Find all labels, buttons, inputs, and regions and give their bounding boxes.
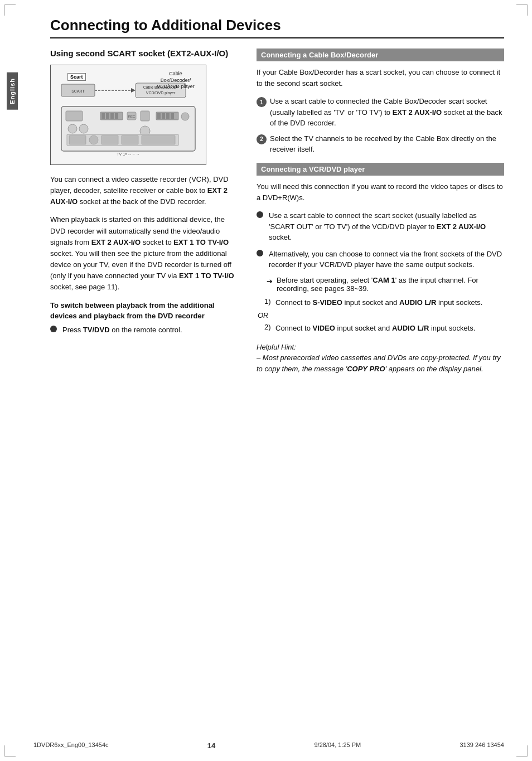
step-number-1: 1: [257, 97, 267, 107]
cable-box-label: Cable Box/Decoder/ VCD/DVD player: [153, 71, 198, 90]
sub-item-2-text: Connect to VIDEO input socket and AUDIO …: [275, 323, 475, 334]
bullet-press-text: Press TV/DVD on the remote control.: [62, 324, 182, 336]
arrow-icon: ➔: [267, 277, 274, 285]
device-diagram: Scart Cable Box/Decoder/ VCD/DVD player …: [50, 65, 206, 165]
svg-rect-24: [171, 113, 174, 119]
svg-point-34: [257, 211, 263, 218]
page-footer: 1DVDR6xx_Eng00_13454c 14 9/28/04, 1:25 P…: [33, 741, 504, 750]
cable-box-header: Connecting a Cable Box/Decorder: [257, 49, 504, 61]
footer-date: 9/28/04, 1:25 PM: [314, 741, 361, 750]
or-separator: OR: [258, 311, 504, 319]
cable-box-step1: 1 Use a scart cable to connected the Cab…: [257, 96, 504, 129]
scart-label: Scart: [67, 73, 86, 81]
svg-rect-8: [66, 111, 83, 121]
sub-item-num-2: 2): [264, 323, 275, 331]
cable-box-step2: 2 Select the TV channels to be received …: [257, 133, 504, 155]
svg-marker-3: [131, 88, 136, 93]
svg-rect-21: [157, 113, 161, 119]
step-number-2: 2: [257, 134, 267, 144]
vcr-bullet-1: Use a scart cable to connect the scart s…: [257, 210, 504, 243]
arrow-text: Before start operating, select 'CAM 1' a…: [277, 276, 504, 293]
footer-code: 3139 246 13454: [460, 741, 504, 750]
svg-point-33: [50, 326, 57, 332]
svg-rect-18: [141, 111, 149, 121]
step2-text: Select the TV channels to be received by…: [270, 133, 504, 155]
svg-rect-12: [101, 113, 105, 119]
right-column: Connecting a Cable Box/Decorder If your …: [257, 49, 504, 374]
sub-item-1-text: Connect to S-VIDEO input socket and AUDI…: [275, 297, 482, 308]
svg-rect-22: [162, 113, 165, 119]
step1-text: Use a scart cable to connected the Cable…: [270, 96, 504, 129]
svg-rect-15: [115, 113, 118, 119]
svg-rect-27: [69, 135, 86, 144]
sub-item-1: 1) Connect to S-VIDEO input socket and A…: [264, 297, 504, 308]
vcr-header: Connecting a VCR/DVD player: [257, 163, 504, 176]
intro-text-1: You can connect a video cassette recorde…: [50, 174, 240, 207]
vcr-bullet-2: Alternatively, you can choose to connect…: [257, 249, 504, 270]
sub-item-2: 2) Connect to VIDEO input socket and AUD…: [264, 323, 504, 334]
footer-page-number: 14: [207, 741, 215, 750]
switch-heading: To switch between playback from the addi…: [50, 300, 240, 321]
vcr-bullet-2-text: Alternatively, you can choose to connect…: [269, 249, 504, 270]
page-title: Connecting to Additional Devices: [50, 17, 504, 38]
vcr-arrow-bullet: ➔ Before start operating, select 'CAM 1'…: [267, 276, 504, 293]
svg-text:SCART: SCART: [71, 89, 85, 93]
svg-rect-28: [89, 135, 98, 144]
svg-rect-23: [166, 113, 170, 119]
svg-point-9: [68, 124, 77, 133]
bullet-icon-filled: [50, 326, 59, 334]
svg-text:VCD/DVD player: VCD/DVD player: [146, 91, 176, 95]
helpful-hint-block: Helpful Hint: – Most prerecorded video c…: [257, 342, 504, 375]
svg-rect-29: [101, 135, 118, 144]
svg-rect-31: [142, 135, 175, 144]
svg-point-35: [257, 250, 263, 256]
svg-rect-14: [110, 113, 114, 119]
svg-rect-30: [122, 135, 138, 144]
svg-text:TV 1= -- ←→: TV 1= -- ←→: [117, 152, 139, 156]
helpful-hint-label: Helpful Hint:: [257, 342, 504, 353]
svg-rect-13: [106, 113, 109, 119]
bullet-icon-vcr-1: [257, 211, 265, 220]
cable-box-intro: If your Cable Box/Decorder has a scart s…: [257, 67, 504, 89]
sub-item-num-1: 1): [264, 297, 275, 306]
left-section-heading: Using second SCART socket (EXT2-AUX-I/O): [50, 49, 240, 58]
svg-point-25: [181, 113, 189, 120]
svg-point-10: [79, 124, 88, 133]
vcr-intro: You will need this connection if you wan…: [257, 181, 504, 203]
bullet-press-tvdvd: Press TV/DVD on the remote control.: [50, 324, 240, 336]
footer-left: 1DVDR6xx_Eng00_13454c: [33, 741, 109, 750]
vcr-bullet-1-text: Use a scart cable to connect the scart s…: [269, 210, 504, 243]
svg-text:REC: REC: [128, 115, 136, 118]
left-column: Using second SCART socket (EXT2-AUX-I/O)…: [50, 49, 240, 374]
helpful-hint-text: – Most prerecorded video cassettes and D…: [257, 352, 504, 374]
intro-text-2: When playback is started on this additio…: [50, 214, 240, 293]
bullet-icon-vcr-2: [257, 250, 265, 258]
